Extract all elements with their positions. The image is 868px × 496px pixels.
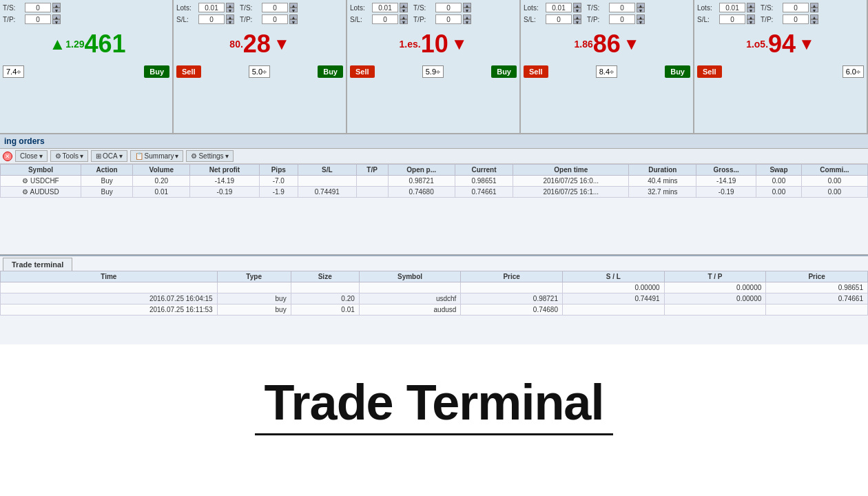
ts-input-1[interactable] xyxy=(25,3,51,12)
tp-input-2[interactable] xyxy=(262,14,288,24)
buy-btn-1[interactable]: Buy xyxy=(144,65,169,78)
spread-5: 6.0÷ xyxy=(843,65,864,78)
lots-input-3[interactable] xyxy=(372,3,398,12)
tp-down-4[interactable]: ▼ xyxy=(637,19,645,24)
tp-label-3: T/P: xyxy=(413,16,434,23)
ts-up-2[interactable]: ▲ xyxy=(289,3,298,8)
trow2-type: buy xyxy=(217,293,291,304)
sl-input-3[interactable] xyxy=(372,14,398,24)
ts-input-2[interactable] xyxy=(262,3,288,12)
sell-btn-4[interactable]: Sell xyxy=(524,65,548,78)
lots-down-4[interactable]: ▼ xyxy=(573,8,581,12)
tab-trade-terminal[interactable]: Trade terminal xyxy=(3,258,72,271)
sl-input-2[interactable] xyxy=(198,14,225,24)
tp-down-2[interactable]: ▼ xyxy=(289,19,298,24)
ts-input-3[interactable] xyxy=(435,3,462,12)
sell-btn-3[interactable]: Sell xyxy=(350,65,375,78)
lots-up-4[interactable]: ▲ xyxy=(573,3,581,8)
ts-up-1[interactable]: ▲ xyxy=(52,3,61,8)
sl-up-3[interactable]: ▲ xyxy=(400,14,408,19)
buy-btn-3[interactable]: Buy xyxy=(491,65,517,78)
ts-up-4[interactable]: ▲ xyxy=(637,3,645,8)
table-row: ⚙ AUDUSD Buy 0.01 -0.19 -1.9 0.74491 0.7… xyxy=(1,187,868,198)
ts-input-4[interactable] xyxy=(609,3,635,12)
tp-input-4[interactable] xyxy=(609,14,635,24)
ts-input-5[interactable] xyxy=(783,3,809,12)
lots-down-2[interactable]: ▼ xyxy=(226,8,234,12)
tp-input-5[interactable] xyxy=(783,14,809,24)
arrow-down-4: ▼ xyxy=(623,34,640,54)
col-action: Action xyxy=(81,165,133,176)
col-duration: Duration xyxy=(629,165,696,176)
tp-label-1: T/P: xyxy=(3,16,23,23)
sl-up-2[interactable]: ▲ xyxy=(226,14,234,19)
tp-up-2[interactable]: ▲ xyxy=(289,14,298,19)
sell-btn-5[interactable]: Sell xyxy=(697,65,722,78)
settings-button[interactable]: ⚙ Settings ▾ xyxy=(186,150,233,162)
summary-icon: 📋 xyxy=(135,152,143,160)
tp-input-3[interactable] xyxy=(435,14,462,24)
sl-down-4[interactable]: ▼ xyxy=(573,19,581,24)
sl-up-5[interactable]: ▲ xyxy=(747,14,755,19)
sell-btn-2[interactable]: Sell xyxy=(176,65,201,78)
ts-up-3[interactable]: ▲ xyxy=(463,3,471,8)
tcol-time: Time xyxy=(1,271,218,282)
ts-down-4[interactable]: ▼ xyxy=(637,8,645,12)
price-prefix-3: 1.es. xyxy=(400,39,421,50)
tp-label-4: T/P: xyxy=(587,16,608,23)
cell-commi-2: 0.00 xyxy=(801,187,867,198)
sl-down-3[interactable]: ▼ xyxy=(400,19,408,24)
tp-up-3[interactable]: ▲ xyxy=(463,14,471,19)
buy-btn-2[interactable]: Buy xyxy=(318,65,343,78)
cell-openp-1: 0.98721 xyxy=(388,176,455,187)
close-button[interactable]: Close ▾ xyxy=(15,150,48,162)
sl-down-5[interactable]: ▼ xyxy=(747,19,755,24)
lots-input-4[interactable] xyxy=(546,3,572,12)
tp-up-1[interactable]: ▲ xyxy=(52,14,61,19)
price-display-5: 1.o5.94▼ xyxy=(697,25,864,63)
panel-bottom-5: Sell 6.0÷ xyxy=(697,65,864,78)
sl-input-5[interactable] xyxy=(719,14,745,24)
col-open-p: Open p... xyxy=(388,165,455,176)
tp-up-4[interactable]: ▲ xyxy=(637,14,645,19)
trow1-price2: 0.98651 xyxy=(766,282,868,293)
ts-label-4: T/S: xyxy=(587,4,608,12)
tp-down-1[interactable]: ▼ xyxy=(52,19,61,24)
ts-down-2[interactable]: ▼ xyxy=(289,8,298,12)
trow2-price2: 0.74661 xyxy=(766,293,868,304)
buy-btn-4[interactable]: Buy xyxy=(665,65,690,78)
sl-down-2[interactable]: ▼ xyxy=(226,19,234,24)
lots-up-5[interactable]: ▲ xyxy=(747,3,755,8)
tp-up-5[interactable]: ▲ xyxy=(810,14,818,19)
tp-input-1[interactable] xyxy=(25,14,51,24)
oca-button[interactable]: ⊞ OCA ▾ xyxy=(91,150,127,162)
lots-up-2[interactable]: ▲ xyxy=(226,3,234,8)
sl-input-4[interactable] xyxy=(546,14,572,24)
summary-button[interactable]: 📋 Summary ▾ xyxy=(130,150,184,162)
panel-bottom-4: Sell 8.4÷ Buy xyxy=(524,65,690,78)
tp-down-3[interactable]: ▼ xyxy=(463,19,471,24)
cell-tp-2 xyxy=(356,187,388,198)
price-main-5: 94 xyxy=(768,30,796,59)
price-prefix-2: 80. xyxy=(229,39,242,50)
tools-button[interactable]: ⚙ Tools ▾ xyxy=(50,150,88,162)
lots-down-5[interactable]: ▼ xyxy=(747,8,755,12)
ts-down-5[interactable]: ▼ xyxy=(810,8,818,12)
lots-input-5[interactable] xyxy=(719,3,745,12)
tp-down-5[interactable]: ▼ xyxy=(810,19,818,24)
trow3-price: 0.74680 xyxy=(461,304,563,316)
col-current: Current xyxy=(455,165,513,176)
ts-up-5[interactable]: ▲ xyxy=(810,3,818,8)
arrow-up-1: ▲ xyxy=(49,34,65,54)
col-swap: Swap xyxy=(756,165,802,176)
cell-symbol-1: ⚙ USDCHF xyxy=(1,176,81,187)
ts-down-3[interactable]: ▼ xyxy=(463,8,471,12)
ts-label-2: T/S: xyxy=(240,4,260,12)
tcol-sl: S / L xyxy=(562,271,664,282)
ts-down-1[interactable]: ▼ xyxy=(52,8,61,12)
price-display-1: ▲ 1.29461 xyxy=(3,25,169,63)
lots-up-3[interactable]: ▲ xyxy=(400,3,408,8)
lots-input-2[interactable] xyxy=(198,3,225,12)
lots-down-3[interactable]: ▼ xyxy=(400,8,408,12)
sl-up-4[interactable]: ▲ xyxy=(573,14,581,19)
